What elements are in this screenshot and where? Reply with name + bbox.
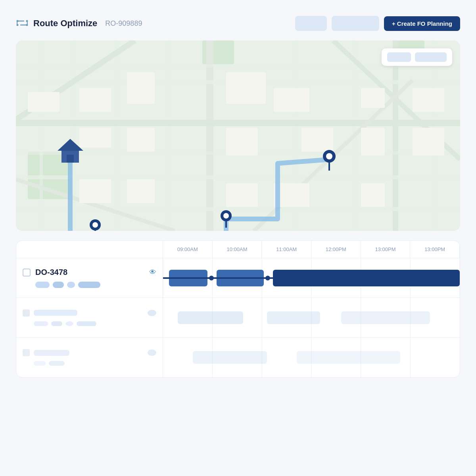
ghost-gantt-2 [163,338,460,377]
page-id: RO-909889 [105,19,142,28]
svg-rect-41 [127,179,155,203]
header-btn1[interactable] [295,16,327,31]
timeline-row-ghost-1 [16,298,460,338]
svg-rect-35 [361,88,385,108]
card-tags [23,282,156,288]
svg-rect-15 [115,40,119,231]
timeline-hour-5: 13:00PM [410,241,460,258]
ghost-bar-2a [193,351,267,364]
map-container [16,40,460,231]
gantt-active [163,258,460,298]
header-left: Route Optimize RO-909889 [16,17,142,30]
ghost-gantt-1 [163,298,460,337]
ghost-bar-1a [178,311,243,324]
map-ctrl-pill-2[interactable] [415,52,447,62]
svg-point-55 [326,153,332,159]
ghost-title-2 [34,350,69,356]
timeline-hour-4: 13:00PM [361,241,411,258]
timeline-panel: 09:00AM 10:00AM 11:00AM 12:00PM 13:00PM … [16,240,460,378]
card-title: DO-3478 [35,268,144,277]
svg-rect-38 [413,128,444,155]
svg-point-52 [223,213,229,219]
svg-rect-8 [206,40,213,231]
svg-rect-34 [301,128,333,152]
map-background [16,40,460,231]
timeline-hour-3: 12:00PM [311,241,361,258]
gantt-connector-line [163,277,460,279]
ghost-tag-1c [65,321,73,326]
card-eye-icon[interactable]: 👁 [149,268,156,276]
svg-rect-32 [226,128,258,155]
svg-rect-9 [167,40,171,231]
ghost-tag-1b [51,321,62,326]
ghost-checkbox-2 [23,349,30,356]
svg-rect-18 [16,175,460,179]
svg-point-49 [92,222,98,228]
card-tag-3 [67,282,75,288]
timeline-hour-2: 11:00AM [262,241,311,258]
ghost-card-1 [23,309,156,326]
svg-rect-29 [127,72,155,104]
page-title: Route Optimize [33,18,97,29]
svg-rect-16 [40,40,43,231]
map-controls [382,48,452,66]
ghost-bar-2b [297,351,401,364]
ghost-tag-2a [34,361,46,366]
gantt-dot-2 [265,276,270,280]
ghost-bar-1b [267,311,321,324]
svg-rect-37 [413,88,444,112]
page-header: Route Optimize RO-909889 + Create FO Pla… [16,16,460,31]
timeline-row-active: DO-3478 👁 [16,258,460,298]
card-cell-active: DO-3478 👁 [16,258,163,298]
ghost-tag-2b [49,361,65,366]
route-optimize-icon [16,17,29,30]
header-right: + Create FO Planning [295,16,460,31]
timeline-header: 09:00AM 10:00AM 11:00AM 12:00PM 13:00PM … [16,241,460,258]
svg-rect-33 [274,88,309,112]
svg-rect-39 [28,92,60,112]
svg-rect-40 [79,179,111,203]
ghost-title-1 [34,310,77,316]
create-fo-planning-button[interactable]: + Create FO Planning [384,16,460,31]
svg-rect-27 [79,88,111,112]
header-btn2[interactable] [332,16,379,31]
card-checkbox[interactable] [23,269,31,276]
card-tag-1 [35,282,50,288]
ghost-card-cell-2 [16,338,163,377]
svg-rect-30 [127,128,155,152]
svg-rect-12 [393,40,398,231]
svg-rect-28 [79,128,111,148]
timeline-hour-1: 10:00AM [213,241,262,258]
ghost-eye-2 [148,349,156,356]
ghost-eye-1 [148,310,156,316]
svg-rect-42 [226,183,258,207]
timeline-hour-0: 09:00AM [163,241,213,258]
svg-rect-44 [361,183,385,207]
svg-rect-47 [67,155,74,163]
svg-rect-20 [16,207,460,211]
timeline-header-empty [16,241,163,258]
card-tag-4 [78,282,100,288]
card-tag-2 [53,282,64,288]
ghost-tag-1a [34,321,48,326]
timeline-row-ghost-2 [16,338,460,377]
create-fo-planning-label: + Create FO Planning [392,20,452,27]
svg-rect-36 [361,128,385,155]
delivery-card: DO-3478 👁 [23,268,156,288]
map-ctrl-pill-1[interactable] [387,52,411,62]
gantt-dot-1 [209,276,214,280]
svg-rect-17 [16,120,460,126]
svg-rect-31 [226,72,266,104]
ghost-card-2 [23,349,156,366]
ghost-card-cell-1 [16,298,163,337]
ghost-checkbox-1 [23,309,30,317]
ghost-tag-1d [77,321,96,326]
ghost-bar-1c [341,311,430,324]
